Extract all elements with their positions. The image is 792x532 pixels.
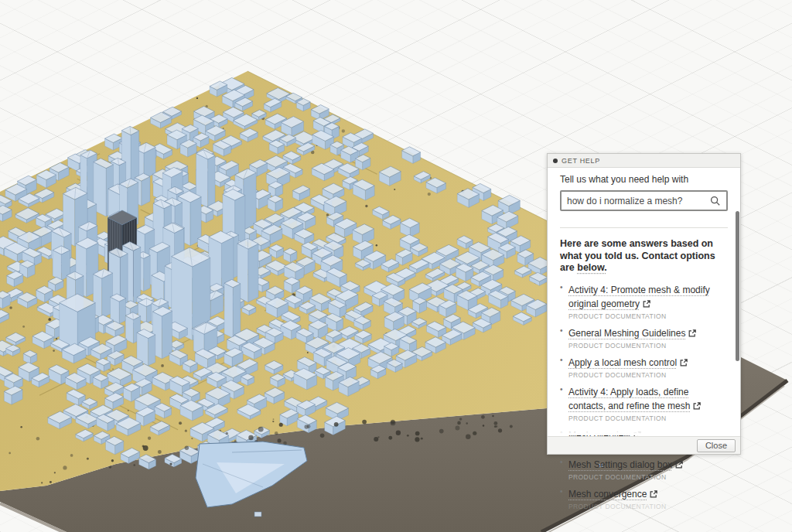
help-result-item: •Mesh convergencePRODUCT DOCUMENTATION xyxy=(560,486,728,510)
help-result-link[interactable]: General Meshing Guidelines xyxy=(568,328,685,339)
panel-title: GET HELP xyxy=(562,157,600,165)
result-main: Activity 4: Apply loads, define contacts… xyxy=(568,384,728,422)
external-link-icon xyxy=(650,490,657,498)
building xyxy=(224,279,241,338)
building xyxy=(152,306,172,359)
close-button[interactable]: Close xyxy=(697,439,736,452)
result-main: Mesh Settings dialog boxPRODUCT DOCUMENT… xyxy=(568,457,728,481)
search-icon[interactable] xyxy=(710,196,721,206)
result-main: Activity 4: Promote mesh & modify origin… xyxy=(568,282,728,320)
prompt-label: Tell us what you need help with xyxy=(560,174,728,185)
get-help-panel: GET HELP Tell us what you need help with… xyxy=(547,153,741,455)
bullet: • xyxy=(560,384,568,422)
help-search-input[interactable] xyxy=(567,196,710,206)
building xyxy=(93,269,112,319)
panel-body: Tell us what you need help with Here are… xyxy=(548,168,740,510)
result-category-label: PRODUCT DOCUMENTATION xyxy=(568,342,728,350)
bullet: • xyxy=(560,486,568,510)
results-list: •Activity 4: Promote mesh & modify origi… xyxy=(560,282,728,510)
result-main: General Meshing GuidelinesPRODUCT DOCUME… xyxy=(568,326,728,350)
result-main: Apply a local mesh controlPRODUCT DOCUME… xyxy=(568,355,728,379)
help-result-item: •Mesh Settings dialog boxPRODUCT DOCUMEN… xyxy=(560,457,728,481)
application-viewport: GET HELP Tell us what you need help with… xyxy=(0,0,792,532)
result-category-label: PRODUCT DOCUMENTATION xyxy=(568,473,728,481)
bullet: • xyxy=(560,457,568,481)
panel-scrollbar[interactable] xyxy=(736,211,739,361)
help-result-item: •Activity 4: Promote mesh & modify origi… xyxy=(560,282,728,320)
help-result-item: •Apply a local mesh controlPRODUCT DOCUM… xyxy=(560,355,728,379)
building xyxy=(111,294,126,324)
help-result-item: •Activity 4: Apply loads, define contact… xyxy=(560,384,728,422)
panel-footer: Close xyxy=(548,436,740,454)
help-result-link[interactable]: Activity 4: Promote mesh & modify origin… xyxy=(568,285,710,309)
external-link-icon xyxy=(675,461,683,469)
external-link-icon xyxy=(643,300,650,308)
help-result-link[interactable]: Mesh Settings dialog box xyxy=(568,459,672,470)
help-result-item: •General Meshing GuidelinesPRODUCT DOCUM… xyxy=(560,326,728,350)
panel-status-dot-icon xyxy=(553,159,558,163)
external-link-icon xyxy=(693,402,701,410)
contact-options-link[interactable]: below. xyxy=(577,262,606,273)
divider xyxy=(560,227,728,228)
answers-intro: Here are some answers based on what you … xyxy=(560,238,728,275)
result-category-label: PRODUCT DOCUMENTATION xyxy=(568,312,728,320)
panel-header[interactable]: GET HELP xyxy=(548,154,740,168)
result-category-label: PRODUCT DOCUMENTATION xyxy=(568,503,728,510)
result-category-label: PRODUCT DOCUMENTATION xyxy=(568,371,728,379)
result-category-label: PRODUCT DOCUMENTATION xyxy=(568,414,728,422)
help-result-link[interactable]: Activity 4: Apply loads, define contacts… xyxy=(568,387,690,411)
search-box xyxy=(560,190,728,211)
result-main: Mesh convergencePRODUCT DOCUMENTATION xyxy=(568,486,728,510)
external-link-icon xyxy=(688,329,696,337)
external-link-icon xyxy=(680,359,688,367)
help-result-link[interactable]: Apply a local mesh control xyxy=(568,357,677,368)
help-result-link[interactable]: Mesh convergence xyxy=(568,489,647,500)
bullet: • xyxy=(560,355,568,379)
bullet: • xyxy=(560,326,568,350)
bullet: • xyxy=(560,282,568,320)
